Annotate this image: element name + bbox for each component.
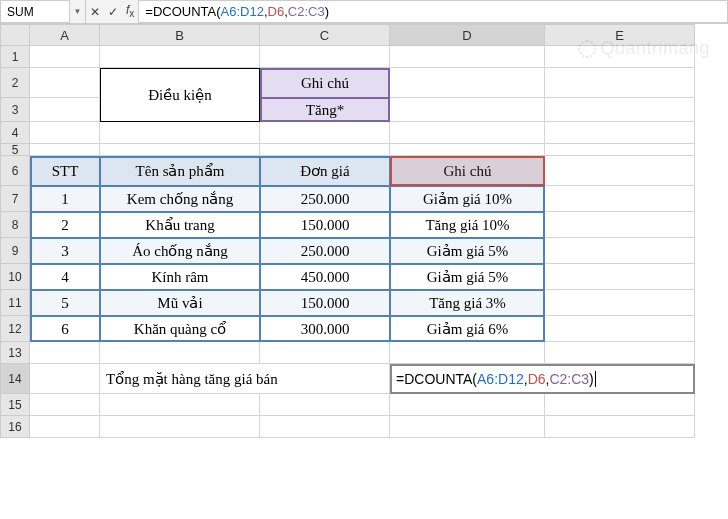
cell[interactable] — [390, 98, 545, 122]
row-header-3[interactable]: 3 — [0, 98, 30, 122]
table-cell[interactable]: 250.000 — [260, 238, 390, 264]
row-header-4[interactable]: 4 — [0, 122, 30, 144]
row-header-10[interactable]: 10 — [0, 264, 30, 290]
table-cell[interactable]: Áo chống nắng — [100, 238, 260, 264]
cell[interactable] — [30, 46, 100, 68]
table-cell[interactable]: Kính râm — [100, 264, 260, 290]
table-cell[interactable]: 250.000 — [260, 186, 390, 212]
cell[interactable] — [390, 144, 545, 156]
cell[interactable] — [30, 416, 100, 438]
cell[interactable] — [390, 394, 545, 416]
cell[interactable] — [390, 416, 545, 438]
table-header-3[interactable]: Ghi chú — [390, 156, 545, 186]
table-cell[interactable]: Giảm giá 5% — [390, 238, 545, 264]
col-header-D[interactable]: D — [390, 24, 545, 46]
table-cell[interactable]: Tăng giá 10% — [390, 212, 545, 238]
criteria-label-cell[interactable]: Điều kiện — [100, 68, 260, 122]
cell[interactable] — [100, 416, 260, 438]
cell[interactable] — [545, 186, 695, 212]
table-cell[interactable]: 3 — [30, 238, 100, 264]
select-all-corner[interactable] — [0, 24, 30, 46]
table-cell[interactable]: 150.000 — [260, 212, 390, 238]
accept-icon[interactable]: ✓ — [108, 5, 118, 19]
name-box[interactable]: SUM — [0, 0, 70, 23]
table-cell[interactable]: Khẩu trang — [100, 212, 260, 238]
row-header-1[interactable]: 1 — [0, 46, 30, 68]
row-header-15[interactable]: 15 — [0, 394, 30, 416]
cell[interactable] — [260, 342, 390, 364]
col-header-A[interactable]: A — [30, 24, 100, 46]
cell[interactable] — [545, 394, 695, 416]
cell[interactable] — [30, 122, 100, 144]
cell[interactable] — [545, 122, 695, 144]
name-box-dropdown[interactable]: ▼ — [70, 0, 86, 23]
cell[interactable] — [100, 144, 260, 156]
cell[interactable] — [100, 46, 260, 68]
cell[interactable] — [545, 316, 695, 342]
criteria-header-cell[interactable]: Ghi chú — [260, 68, 390, 98]
row-header-11[interactable]: 11 — [0, 290, 30, 316]
table-cell[interactable]: 2 — [30, 212, 100, 238]
row-header-6[interactable]: 6 — [0, 156, 30, 186]
cancel-icon[interactable]: ✕ — [90, 5, 100, 19]
cell[interactable] — [260, 46, 390, 68]
table-cell[interactable]: Tăng giá 3% — [390, 290, 545, 316]
cell[interactable] — [545, 212, 695, 238]
table-cell[interactable]: 5 — [30, 290, 100, 316]
cell[interactable] — [260, 416, 390, 438]
row-header-8[interactable]: 8 — [0, 212, 30, 238]
row-header-16[interactable]: 16 — [0, 416, 30, 438]
table-cell[interactable]: Kem chống nắng — [100, 186, 260, 212]
cell[interactable] — [30, 394, 100, 416]
table-header-1[interactable]: Tên sản phẩm — [100, 156, 260, 186]
table-cell[interactable]: Mũ vải — [100, 290, 260, 316]
table-cell[interactable]: Giảm giá 5% — [390, 264, 545, 290]
fx-icon[interactable]: fx — [126, 3, 134, 19]
row-header-7[interactable]: 7 — [0, 186, 30, 212]
row-header-14[interactable]: 14 — [0, 364, 30, 394]
table-cell[interactable]: Giảm giá 6% — [390, 316, 545, 342]
col-header-C[interactable]: C — [260, 24, 390, 46]
row-header-5[interactable]: 5 — [0, 144, 30, 156]
row-header-13[interactable]: 13 — [0, 342, 30, 364]
formula-input[interactable]: =DCOUNTA(A6:D12,D6,C2:C3) — [138, 0, 728, 23]
cell[interactable] — [545, 264, 695, 290]
cell[interactable] — [100, 342, 260, 364]
cell[interactable] — [390, 46, 545, 68]
cell[interactable] — [260, 394, 390, 416]
cell[interactable] — [545, 144, 695, 156]
cell[interactable] — [545, 156, 695, 186]
table-cell[interactable]: 1 — [30, 186, 100, 212]
active-formula-cell[interactable]: =DCOUNTA(A6:D12,D6,C2:C3) — [390, 364, 695, 394]
cell[interactable] — [545, 98, 695, 122]
cell[interactable] — [30, 98, 100, 122]
cell[interactable] — [100, 394, 260, 416]
cell[interactable] — [30, 144, 100, 156]
table-cell[interactable]: Giảm giá 10% — [390, 186, 545, 212]
table-cell[interactable]: 4 — [30, 264, 100, 290]
cell[interactable] — [100, 122, 260, 144]
cell[interactable] — [390, 122, 545, 144]
cell[interactable] — [545, 416, 695, 438]
cell[interactable] — [545, 68, 695, 98]
table-cell[interactable]: Khăn quàng cổ — [100, 316, 260, 342]
row-header-2[interactable]: 2 — [0, 68, 30, 98]
cell[interactable] — [390, 342, 545, 364]
row-header-12[interactable]: 12 — [0, 316, 30, 342]
table-cell[interactable]: 450.000 — [260, 264, 390, 290]
cell[interactable] — [260, 122, 390, 144]
cell[interactable] — [545, 238, 695, 264]
criteria-value-cell[interactable]: Tăng* — [260, 98, 390, 122]
col-header-B[interactable]: B — [100, 24, 260, 46]
cell[interactable] — [30, 68, 100, 98]
table-cell[interactable]: 6 — [30, 316, 100, 342]
table-header-2[interactable]: Đơn giá — [260, 156, 390, 186]
table-cell[interactable]: 300.000 — [260, 316, 390, 342]
table-cell[interactable]: 150.000 — [260, 290, 390, 316]
cell[interactable] — [545, 290, 695, 316]
cell[interactable] — [260, 144, 390, 156]
summary-label-cell[interactable]: Tổng mặt hàng tăng giá bán — [100, 364, 390, 394]
cell[interactable] — [30, 364, 100, 394]
cell[interactable] — [545, 342, 695, 364]
table-header-0[interactable]: STT — [30, 156, 100, 186]
